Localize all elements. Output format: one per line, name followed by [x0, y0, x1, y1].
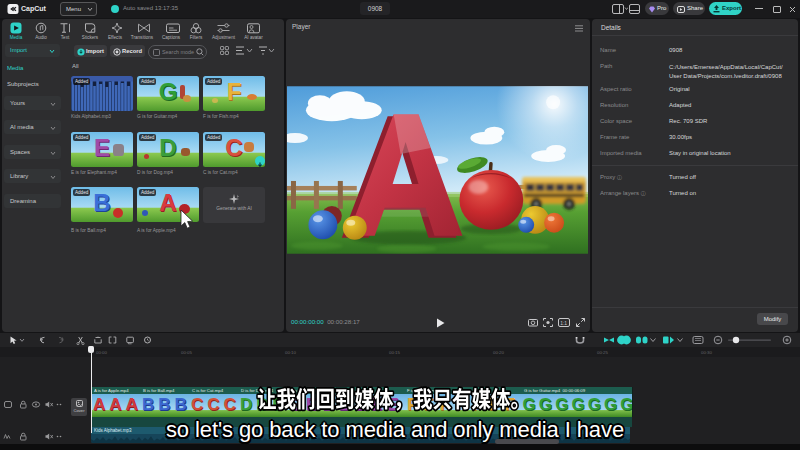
- svg-text:1:1: 1:1: [560, 320, 567, 326]
